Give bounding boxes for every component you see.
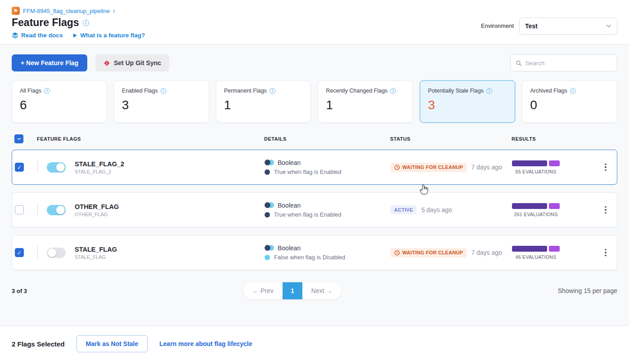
search-box[interactable] — [510, 54, 617, 71]
stat-card-value: 3 — [122, 98, 201, 112]
stat-card[interactable]: All Flags i 6 — [12, 80, 107, 123]
row-menu-button[interactable] — [594, 204, 617, 217]
row-menu-button[interactable] — [594, 161, 617, 174]
stats-row: All Flags i 6 Enabled Flags i 3 Permanen… — [0, 80, 629, 123]
git-sync-icon — [103, 60, 110, 67]
last-changed-age: 5 days ago — [421, 206, 452, 213]
search-icon — [516, 60, 522, 67]
prev-page-button[interactable]: ← Prev — [243, 282, 283, 299]
environment-select[interactable]: Test — [519, 18, 617, 35]
row-checkbox[interactable] — [15, 163, 24, 172]
flag-toggle[interactable] — [47, 162, 66, 173]
feature-flags-module-icon: ⚑ — [12, 7, 20, 15]
column-details: DETAILS — [264, 136, 390, 142]
boolean-type-icon — [265, 160, 274, 166]
read-the-docs-link[interactable]: Read the docs — [12, 32, 63, 39]
evaluations-bar — [512, 160, 560, 166]
pagination: 3 of 3 ← Prev 1 Next → Showing 15 per pa… — [0, 278, 629, 299]
stat-info-icon[interactable]: i — [570, 88, 576, 94]
row-count: 3 of 3 — [12, 288, 27, 294]
stat-info-icon[interactable]: i — [486, 88, 492, 94]
stat-card-label: Potentially Stale Flags — [428, 88, 484, 94]
flag-type: Boolean — [278, 202, 301, 209]
boolean-type-icon — [265, 202, 274, 209]
what-is-feature-flag-link[interactable]: What is a feature flag? — [72, 32, 145, 39]
toggle-knob — [48, 249, 56, 257]
evaluations-bar-primary — [512, 246, 547, 252]
flags-table: FEATURE FLAGS DETAILS STATUS RESULTS STA… — [0, 125, 629, 278]
stat-info-icon[interactable]: i — [161, 88, 166, 94]
column-feature-flags: FEATURE FLAGS — [37, 136, 264, 142]
flag-name[interactable]: STALE_FLAG — [75, 246, 117, 253]
flag-variation: True when flag is Enabled — [274, 169, 341, 175]
variation-dot — [265, 169, 270, 175]
row-checkbox[interactable] — [15, 248, 24, 257]
flag-toggle[interactable] — [47, 205, 66, 215]
divider — [37, 246, 38, 259]
status-badge[interactable]: WAITING FOR CLEANUP — [391, 248, 467, 257]
docs-icon — [12, 32, 18, 39]
last-changed-age: 7 days ago — [471, 249, 502, 256]
page-header: ⚑ FFM-8945_flag_cleanup_pipeline › Featu… — [0, 0, 629, 44]
stat-card[interactable]: Recently Changed Flags i 1 — [318, 80, 413, 123]
stat-card-value: 6 — [20, 98, 99, 112]
breadcrumb-project-link[interactable]: FFM-8945_flag_cleanup_pipeline — [23, 8, 110, 14]
toggle-knob — [56, 163, 65, 172]
table-header: FEATURE FLAGS DETAILS STATUS RESULTS — [12, 125, 617, 150]
clock-icon — [394, 250, 400, 256]
flag-variation: True when flag is Enabled — [274, 211, 341, 218]
evaluations-bar-secondary — [549, 160, 560, 166]
flag-toggle[interactable] — [47, 248, 66, 258]
flag-type: Boolean — [278, 159, 301, 166]
stat-card-value: 3 — [428, 98, 507, 112]
next-page-button[interactable]: Next → — [302, 282, 341, 299]
page-number-button[interactable]: 1 — [283, 282, 302, 299]
select-all-checkbox[interactable] — [14, 134, 23, 143]
chevron-down-icon — [606, 24, 611, 28]
status-badge[interactable]: WAITING FOR CLEANUP — [391, 163, 467, 172]
stat-info-icon[interactable]: i — [390, 88, 396, 94]
environment-label: Environment — [481, 22, 514, 29]
stat-card[interactable]: Potentially Stale Flags i 3 — [420, 80, 515, 123]
stat-card[interactable]: Archived Flags i 0 — [522, 80, 617, 123]
flag-name[interactable]: STALE_FLAG_2 — [75, 160, 124, 168]
stat-card-label: All Flags — [20, 88, 41, 94]
mark-not-stale-button[interactable]: Mark as Not Stale — [76, 335, 148, 352]
evaluations-bar-secondary — [549, 203, 560, 209]
flag-identifier: OTHER_FLAG — [75, 212, 119, 217]
flag-name[interactable]: OTHER_FLAG — [75, 203, 119, 210]
last-changed-age: 7 days ago — [471, 164, 502, 171]
flag-identifier: STALE_FLAG_2 — [75, 169, 124, 174]
evaluations-bar-primary — [512, 203, 547, 209]
flag-row[interactable]: STALE_FLAG STALE_FLAG Boolean False when… — [12, 235, 617, 270]
page-title: Feature Flags — [12, 17, 79, 29]
flag-lifecycle-link[interactable]: Learn more about flag lifecycle — [159, 340, 252, 347]
title-info-icon[interactable]: i — [83, 20, 89, 26]
row-checkbox[interactable] — [15, 205, 24, 214]
evaluations-bar — [512, 203, 560, 209]
flag-row[interactable]: OTHER_FLAG OTHER_FLAG Boolean True when … — [12, 192, 617, 227]
stat-info-icon[interactable]: i — [270, 88, 275, 94]
divider — [37, 203, 38, 217]
flag-type: Boolean — [278, 244, 301, 252]
flag-row[interactable]: STALE_FLAG_2 STALE_FLAG_2 Boolean True w… — [12, 150, 617, 185]
play-icon — [72, 33, 77, 38]
status-label: WAITING FOR CLEANUP — [402, 164, 463, 170]
row-menu-button[interactable] — [594, 246, 617, 259]
flag-identifier: STALE_FLAG — [75, 254, 117, 260]
stat-card-label: Enabled Flags — [122, 88, 158, 94]
status-label: ACTIVE — [394, 207, 413, 213]
stat-card[interactable]: Enabled Flags i 3 — [114, 80, 209, 123]
setup-git-sync-button[interactable]: Set Up Git Sync — [95, 54, 169, 71]
selected-count-label: 2 Flags Selected — [12, 340, 65, 348]
stat-card-label: Recently Changed Flags — [326, 88, 387, 94]
search-input[interactable] — [526, 60, 612, 67]
new-feature-flag-button[interactable]: + New Feature Flag — [12, 54, 87, 71]
evaluations-bar-secondary — [549, 246, 560, 252]
toggle-knob — [56, 206, 65, 214]
status-badge[interactable]: ACTIVE — [391, 205, 417, 214]
evaluations-count: 261 EVALUATIONS — [512, 212, 560, 217]
stat-card[interactable]: Permanent Flags i 1 — [216, 80, 311, 123]
stat-info-icon[interactable]: i — [44, 88, 50, 94]
breadcrumb: ⚑ FFM-8945_flag_cleanup_pipeline › — [12, 7, 145, 15]
